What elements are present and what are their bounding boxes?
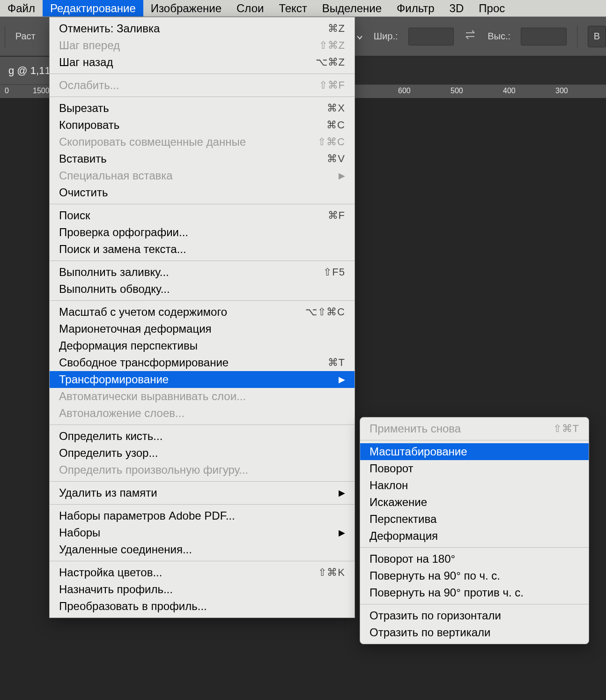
menu-item-label: Шаг назад bbox=[59, 56, 294, 69]
menubar-item[interactable]: Фильтр bbox=[389, 0, 442, 16]
menu-separator bbox=[50, 74, 355, 74]
menu-item: Применить снова⇧⌘T bbox=[360, 420, 589, 437]
menu-separator bbox=[50, 97, 355, 97]
menu-item-label: Вставить bbox=[59, 152, 294, 165]
menu-item-label: Автоналожение слоев... bbox=[59, 407, 345, 420]
menu-item[interactable]: Трансформирование▶ bbox=[50, 371, 355, 388]
menu-item: Шаг вперед⇧⌘Z bbox=[50, 37, 355, 54]
edit-menu: Отменить: Заливка⌘ZШаг вперед⇧⌘ZШаг наза… bbox=[49, 17, 355, 618]
swap-icon[interactable] bbox=[464, 29, 477, 44]
menu-item-shortcut: ⌘V bbox=[294, 153, 345, 165]
menu-item[interactable]: Настройка цветов...⇧⌘K bbox=[50, 564, 355, 581]
width-input[interactable] bbox=[408, 28, 454, 45]
menu-item-label: Искажение bbox=[370, 496, 579, 509]
menubar-item[interactable]: Редактирование bbox=[43, 0, 143, 16]
menu-item-label: Ослабить... bbox=[59, 79, 294, 92]
menu-item-label: Определить произвольную фигуру... bbox=[59, 463, 345, 477]
menu-item[interactable]: Поиск и замена текста... bbox=[50, 241, 355, 258]
menu-item[interactable]: Деформация bbox=[360, 528, 589, 544]
menu-item-label: Трансформирование bbox=[59, 373, 335, 386]
menubar-item[interactable]: Выделение bbox=[315, 0, 389, 16]
menubar-item[interactable]: Изображение bbox=[143, 0, 229, 16]
menubar-item[interactable]: 3D bbox=[442, 0, 472, 16]
menubar-item[interactable]: Файл bbox=[0, 0, 43, 16]
menu-item[interactable]: Поворот bbox=[360, 460, 589, 477]
menu-item[interactable]: Очистить bbox=[50, 184, 355, 201]
submenu-arrow-icon: ▶ bbox=[335, 528, 345, 538]
menu-item[interactable]: Искажение bbox=[360, 494, 589, 511]
menu-item-label: Наборы bbox=[59, 526, 335, 539]
menu-item[interactable]: Вырезать⌘X bbox=[50, 100, 355, 117]
menu-item[interactable]: Определить кисть... bbox=[50, 428, 355, 445]
menu-item-label: Проверка орфографии... bbox=[59, 226, 345, 239]
menu-item-label: Выполнить заливку... bbox=[59, 266, 294, 279]
divider bbox=[577, 26, 577, 47]
menu-item-label: Повернуть на 90° против ч. с. bbox=[370, 586, 579, 599]
menu-item[interactable]: Шаг назад⌥⌘Z bbox=[50, 54, 355, 71]
menu-item[interactable]: Проверка орфографии... bbox=[50, 224, 355, 241]
menu-item-shortcut: ⇧⌘K bbox=[294, 566, 345, 579]
menu-item-shortcut: ⌘T bbox=[294, 357, 345, 369]
menu-item[interactable]: Повернуть на 90° по ч. с. bbox=[360, 567, 589, 584]
menu-separator bbox=[50, 261, 355, 261]
menu-item-shortcut: ⌘X bbox=[294, 102, 345, 114]
menu-item[interactable]: Копировать⌘C bbox=[50, 117, 355, 134]
menu-item[interactable]: Выполнить обводку... bbox=[50, 281, 355, 298]
menu-item[interactable]: Назначить профиль... bbox=[50, 581, 355, 598]
menu-item[interactable]: Удалить из памяти▶ bbox=[50, 484, 355, 501]
menu-item-label: Удаленные соединения... bbox=[59, 543, 345, 556]
menu-item[interactable]: Повернуть на 90° против ч. с. bbox=[360, 584, 589, 601]
menubar-item[interactable]: Текст bbox=[271, 0, 314, 16]
menu-item-shortcut: ⌥⌘Z bbox=[294, 56, 345, 68]
menu-item-label: Деформация bbox=[370, 529, 579, 543]
menu-item[interactable]: Отразить по горизонтали bbox=[360, 607, 589, 624]
menu-item[interactable]: Преобразовать в профиль... bbox=[50, 598, 355, 615]
menu-separator bbox=[360, 547, 589, 548]
menubar: ФайлРедактированиеИзображениеСлоиТекстВы… bbox=[0, 0, 606, 17]
menu-item[interactable]: Марионеточная деформация bbox=[50, 320, 355, 337]
menu-item-label: Специальная вставка bbox=[59, 169, 335, 182]
menu-item[interactable]: Определить узор... bbox=[50, 445, 355, 462]
menu-item[interactable]: Масштаб с учетом содержимого⌥⇧⌘C bbox=[50, 304, 355, 320]
menu-item[interactable]: Наборы▶ bbox=[50, 524, 355, 541]
menubar-item[interactable]: Прос bbox=[471, 0, 512, 16]
menu-item-label: Отменить: Заливка bbox=[59, 22, 294, 35]
menu-item[interactable]: Перспектива bbox=[360, 511, 589, 528]
menu-item[interactable]: Отменить: Заливка⌘Z bbox=[50, 20, 355, 37]
menu-item[interactable]: Выполнить заливку...⇧F5 bbox=[50, 264, 355, 281]
menu-item-shortcut: ⌘C bbox=[294, 119, 345, 131]
right-button-label: В bbox=[594, 31, 600, 42]
menu-item-label: Очистить bbox=[59, 186, 345, 199]
menu-item[interactable]: Отразить по вертикали bbox=[360, 624, 589, 641]
menu-item-label: Скопировать совмещенные данные bbox=[59, 135, 294, 149]
menu-item[interactable]: Поиск⌘F bbox=[50, 207, 355, 224]
divider bbox=[5, 26, 5, 47]
ruler-tick: 500 bbox=[451, 87, 463, 95]
menu-item-label: Выполнить обводку... bbox=[59, 283, 345, 296]
height-label: Выс.: bbox=[488, 31, 510, 42]
transform-submenu: Применить снова⇧⌘TМасштабированиеПоворот… bbox=[360, 417, 589, 644]
menu-separator bbox=[50, 504, 355, 505]
menu-item-shortcut: ⇧⌘F bbox=[294, 79, 345, 91]
menu-item-label: Свободное трансформирование bbox=[59, 356, 294, 369]
menu-item-shortcut: ⇧⌘C bbox=[294, 136, 345, 148]
menu-item[interactable]: Деформация перспективы bbox=[50, 337, 355, 354]
ruler-tick: 600 bbox=[398, 87, 411, 95]
height-input[interactable] bbox=[521, 28, 567, 45]
menu-item-label: Автоматически выравнивать слои... bbox=[59, 390, 345, 403]
menubar-item[interactable]: Слои bbox=[229, 0, 271, 16]
menu-item[interactable]: Вставить⌘V bbox=[50, 150, 355, 167]
menu-item[interactable]: Поворот на 180° bbox=[360, 551, 589, 567]
chevron-down-icon[interactable] bbox=[356, 33, 363, 40]
menu-item[interactable]: Свободное трансформирование⌘T bbox=[50, 354, 355, 371]
menu-item-label: Поиск и замена текста... bbox=[59, 243, 345, 256]
width-label: Шир.: bbox=[374, 31, 398, 42]
menu-separator bbox=[50, 204, 355, 204]
menu-item[interactable]: Наборы параметров Adobe PDF... bbox=[50, 507, 355, 524]
menu-item[interactable]: Удаленные соединения... bbox=[50, 541, 355, 558]
menu-separator bbox=[50, 481, 355, 482]
menu-item[interactable]: Наклон bbox=[360, 477, 589, 494]
right-button[interactable]: В bbox=[588, 26, 606, 47]
menu-item[interactable]: Масштабирование bbox=[360, 443, 589, 460]
menu-item-label: Настройка цветов... bbox=[59, 566, 294, 579]
